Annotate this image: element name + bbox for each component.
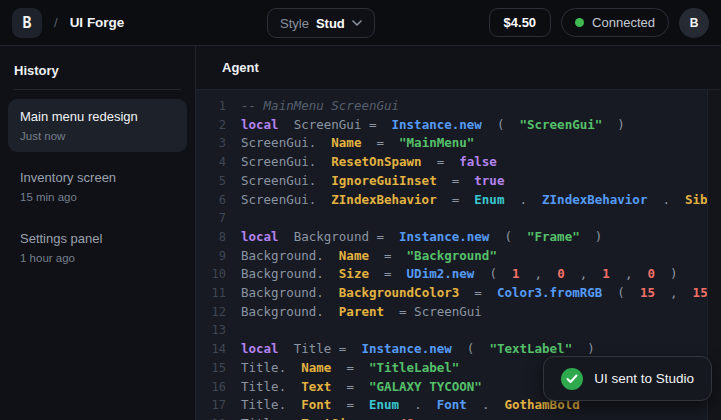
code-token: Title. bbox=[241, 378, 301, 397]
code-token: , bbox=[565, 265, 603, 284]
code-token: Size bbox=[339, 265, 369, 284]
code-token: "Frame" bbox=[527, 228, 580, 247]
code-token: 0 bbox=[647, 265, 655, 284]
agent-panel-header: Agent bbox=[196, 46, 721, 90]
line-number: 6 bbox=[196, 191, 226, 210]
code-token: 0 bbox=[557, 265, 565, 284]
history-item[interactable]: Inventory screen15 min ago bbox=[8, 160, 187, 213]
code-token: Name bbox=[339, 247, 369, 266]
code-token: ResetOnSpawn bbox=[331, 153, 421, 172]
code-token: ( bbox=[452, 340, 490, 359]
history-item-time: 15 min ago bbox=[20, 191, 175, 203]
line-number: 10 bbox=[196, 265, 226, 284]
agent-panel-title: Agent bbox=[222, 60, 259, 75]
code-token: Name bbox=[331, 134, 361, 153]
avatar[interactable]: B bbox=[679, 8, 709, 38]
history-item-label: Inventory screen bbox=[20, 170, 175, 185]
code-token: BackgroundColor3 bbox=[339, 284, 459, 303]
code-token: = bbox=[361, 134, 399, 153]
breadcrumb-separator: / bbox=[54, 15, 58, 30]
code-token: ZIndexBehavior bbox=[542, 191, 647, 210]
code-token: Color3.fromRGB bbox=[497, 284, 602, 303]
style-dropdown[interactable]: Style Stud bbox=[267, 8, 375, 38]
code-line: 2local ScreenGui = Instance.new ( "Scree… bbox=[196, 116, 721, 135]
toast-notification: UI sent to Studio bbox=[543, 356, 712, 401]
code-line: 13 bbox=[196, 321, 721, 340]
topbar-right-group: $4.50 Connected B bbox=[489, 8, 709, 38]
page-title: UI Forge bbox=[70, 15, 125, 30]
code-token: Name bbox=[301, 359, 331, 378]
code-token: ) bbox=[602, 116, 625, 135]
code-token: . bbox=[467, 396, 505, 415]
connection-status-label: Connected bbox=[592, 15, 655, 30]
code-token: = bbox=[437, 191, 475, 210]
history-list: Main menu redesignJust nowInventory scre… bbox=[0, 90, 195, 283]
code-token: Title. bbox=[241, 415, 301, 420]
code-line: 11Background. BackgroundColor3 = Color3.… bbox=[196, 284, 721, 303]
code-token: = bbox=[437, 172, 475, 191]
code-token: Font bbox=[437, 396, 467, 415]
code-token: ) bbox=[655, 265, 678, 284]
code-token: = bbox=[369, 265, 407, 284]
history-item-time: Just now bbox=[20, 130, 175, 142]
line-number: 3 bbox=[196, 134, 226, 153]
code-token: true bbox=[474, 172, 504, 191]
code-token: "TitleLabel" bbox=[369, 359, 459, 378]
history-item-time: 1 hour ago bbox=[20, 252, 175, 264]
code-token: . bbox=[647, 191, 685, 210]
code-token: Instance.new bbox=[399, 228, 489, 247]
line-number: 11 bbox=[196, 284, 226, 303]
check-icon bbox=[561, 368, 583, 390]
code-token: ( bbox=[482, 116, 520, 135]
code-token: . bbox=[399, 396, 437, 415]
code-token: Parent bbox=[339, 303, 384, 322]
code-token: Background. bbox=[241, 284, 339, 303]
code-token: local bbox=[241, 340, 279, 359]
code-token: ZIndexBehavior bbox=[331, 191, 436, 210]
code-token: TextSize bbox=[301, 415, 361, 420]
code-token: ) bbox=[580, 228, 603, 247]
code-token: false bbox=[459, 153, 497, 172]
code-token: = bbox=[361, 415, 399, 420]
code-line: 1-- MainMenu ScreenGui bbox=[196, 97, 721, 116]
avatar-initial: B bbox=[690, 16, 699, 30]
code-token: 15 bbox=[640, 284, 655, 303]
toast-message: UI sent to Studio bbox=[594, 371, 694, 386]
top-bar: B / UI Forge Style Stud $4.50 Connected … bbox=[0, 0, 721, 46]
history-item[interactable]: Settings panel1 hour ago bbox=[8, 221, 187, 274]
code-token: = bbox=[331, 378, 369, 397]
code-token: = bbox=[459, 284, 497, 303]
line-number: 15 bbox=[196, 359, 226, 378]
line-number: 16 bbox=[196, 378, 226, 397]
code-token: Background. bbox=[241, 303, 339, 322]
style-dropdown-value: Stud bbox=[316, 16, 345, 31]
history-item-label: Settings panel bbox=[20, 231, 175, 246]
code-token: , bbox=[610, 265, 648, 284]
history-sidebar: History Main menu redesignJust nowInvent… bbox=[0, 46, 196, 420]
line-number: 14 bbox=[196, 340, 226, 359]
code-token: Text bbox=[301, 378, 331, 397]
code-token: Background = bbox=[279, 228, 399, 247]
code-token: Title. bbox=[241, 396, 301, 415]
code-token: ScreenGui. bbox=[241, 172, 331, 191]
line-number: 8 bbox=[196, 228, 226, 247]
code-token: -- MainMenu ScreenGui bbox=[241, 97, 399, 116]
balance-button[interactable]: $4.50 bbox=[489, 8, 552, 37]
code-line: 7 bbox=[196, 209, 721, 228]
line-number: 18 bbox=[196, 415, 226, 420]
history-item[interactable]: Main menu redesignJust now bbox=[8, 99, 187, 152]
app-logo-letter: B bbox=[22, 14, 31, 32]
line-number: 5 bbox=[196, 172, 226, 191]
code-token: ScreenGui. bbox=[241, 134, 331, 153]
app-logo[interactable]: B bbox=[12, 8, 42, 38]
connection-status-badge[interactable]: Connected bbox=[561, 8, 669, 37]
code-line: 8local Background = Instance.new ( "Fram… bbox=[196, 228, 721, 247]
code-line: 3ScreenGui. Name = "MainMenu" bbox=[196, 134, 721, 153]
line-number: 17 bbox=[196, 396, 226, 415]
code-token: = bbox=[369, 247, 407, 266]
code-token: Instance.new bbox=[392, 116, 482, 135]
code-token: = bbox=[422, 153, 460, 172]
code-token: Font bbox=[301, 396, 331, 415]
line-number: 13 bbox=[196, 321, 226, 340]
code-line: 4ScreenGui. ResetOnSpawn = false bbox=[196, 153, 721, 172]
